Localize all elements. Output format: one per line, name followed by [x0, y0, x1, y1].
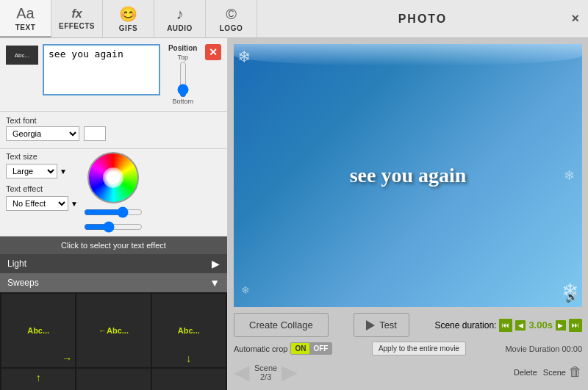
brightness-slider-1[interactable]	[84, 206, 143, 218]
color-wheel-col	[84, 152, 143, 233]
preview-content: ❄ ❄ ❄ ❄ see you again	[234, 44, 582, 307]
trash-icon: 🗑	[569, 364, 582, 380]
scene-label: Scene	[254, 364, 277, 372]
forward-button[interactable]: ▶	[556, 320, 566, 331]
automatic-crop-control: Automatic crop ON OFF	[234, 342, 332, 355]
toggle-off[interactable]: OFF	[309, 343, 331, 354]
effects-icon: fx	[71, 7, 82, 21]
scene-navigation: ◀ Scene 2/3 ▶	[234, 360, 298, 384]
effect-thumb-3[interactable]: Abc... ↓	[152, 294, 226, 367]
color-swatch[interactable]	[84, 126, 106, 141]
tab-gifs-label: GIFS	[119, 24, 137, 32]
effect-select[interactable]: No Effect Fade Sweep	[6, 196, 68, 211]
color-wheel[interactable]	[87, 152, 139, 203]
prev-scene-button[interactable]: ◀	[234, 360, 250, 384]
font-select[interactable]: Georgia Arial Times New Roman	[6, 126, 79, 141]
sweeps-chevron-icon: ▼	[209, 277, 220, 289]
position-label: Position	[168, 44, 197, 52]
apply-to-movie-button[interactable]: Apply to the entire movie	[372, 342, 466, 355]
duration-value: 3.00s	[528, 319, 553, 331]
delete-scene-button[interactable]: Delete Scene 🗑	[514, 364, 582, 380]
right-panel: ❄ ❄ ❄ ❄ see you again 🔊 Create Collage T…	[228, 38, 588, 390]
scene-value: 2/3	[260, 372, 271, 381]
brightness-slider-2[interactable]	[84, 221, 143, 233]
snowflake-midright-icon: ❄	[564, 167, 575, 184]
left-panel: Abc... see you again Position Top Bottom…	[0, 38, 228, 390]
effect-thumb-4[interactable]: Abc... ↑	[1, 369, 75, 390]
logo-icon: ©	[226, 6, 237, 23]
top-toolbar: Aa TEXT fx EFFECTS 😊 GIFS ♪ AUDIO © LOGO…	[0, 0, 588, 38]
scene-word: Scene	[543, 368, 566, 377]
tab-effects-label: EFFECTS	[59, 22, 95, 30]
thumb3-text: Abc...	[178, 326, 200, 335]
position-bottom-label: Bottom	[172, 98, 193, 105]
rewind-button[interactable]: ◀	[515, 320, 526, 331]
scene-duration: Scene duration: ⏮ ◀ 3.00s ▶ ⏭	[434, 319, 582, 332]
effect-row: No Effect Fade Sweep ▼	[6, 196, 78, 211]
thumb3-arrow-icon: ↓	[186, 353, 191, 364]
size-dropdown-arrow: ▼	[60, 167, 67, 176]
effect-area: Click to select your text effect Light ▶…	[0, 236, 227, 390]
size-effect-col: Text size Large Small Medium X-Large ▼ T…	[6, 152, 78, 211]
effect-thumb-6[interactable]: Abc... ↘	[152, 369, 226, 390]
test-button[interactable]: Test	[354, 313, 409, 337]
effect-thumb-1[interactable]: Abc... →	[1, 294, 75, 367]
tab-gifs[interactable]: 😊 GIFS	[103, 0, 154, 37]
sweeps-group-label: Sweeps	[7, 278, 39, 288]
volume-icon[interactable]: 🔊	[565, 291, 578, 303]
tab-text[interactable]: Aa TEXT	[0, 0, 51, 37]
create-collage-button[interactable]: Create Collage	[234, 313, 329, 337]
bottom-controls: Create Collage Test Scene duration: ⏮ ◀ …	[234, 313, 582, 384]
play-icon	[366, 320, 375, 331]
tab-audio[interactable]: ♪ AUDIO	[154, 0, 206, 37]
color-wheel-inner	[103, 167, 123, 188]
forward-fast-button[interactable]: ⏭	[569, 319, 582, 332]
bottom-row-1: Create Collage Test Scene duration: ⏮ ◀ …	[234, 313, 582, 337]
preview-text-overlay: see you again	[350, 164, 467, 187]
size-label: Text size	[6, 152, 78, 161]
gifs-icon: 😊	[119, 5, 137, 23]
effect-scroll[interactable]: Light ▶ Sweeps ▼ Abc... →	[0, 254, 227, 390]
effect-thumb-2[interactable]: ←Abc...	[76, 294, 150, 367]
effect-dropdown-arrow: ▼	[71, 200, 78, 208]
toggle-switch[interactable]: ON OFF	[290, 342, 332, 355]
tab-logo[interactable]: © LOGO	[206, 0, 257, 37]
thumb1-text: Abc...	[27, 326, 49, 335]
test-button-label: Test	[379, 319, 397, 331]
next-scene-button[interactable]: ▶	[282, 360, 298, 384]
effect-instruction: Click to select your text effect	[0, 236, 227, 254]
page-title: PHOTO	[398, 12, 448, 26]
light-chevron-icon: ▶	[212, 258, 220, 270]
text-input-field[interactable]: see you again	[43, 44, 160, 95]
tab-text-label: TEXT	[15, 24, 36, 32]
effect-group-light[interactable]: Light ▶	[0, 254, 227, 273]
movie-duration-label: Movie Duration 00:00	[505, 344, 582, 353]
toggle-on[interactable]: ON	[291, 343, 309, 354]
delete-label: Delete	[514, 368, 537, 377]
preview-label-text: Abc...	[15, 52, 29, 59]
size-select[interactable]: Large Small Medium X-Large	[6, 164, 57, 178]
main-content: Abc... see you again Position Top Bottom…	[0, 38, 588, 390]
brightness-sliders	[84, 206, 143, 233]
text-preview-label: Abc...	[6, 46, 38, 65]
color-size-section: Text size Large Small Medium X-Large ▼ T…	[0, 149, 227, 236]
position-control: Position Top Bottom	[165, 44, 201, 105]
position-slider[interactable]	[177, 61, 189, 98]
text-icon: Aa	[16, 5, 34, 22]
snowflake-topleft-icon: ❄	[237, 48, 251, 67]
thumb2-text: ←Abc...	[98, 326, 129, 335]
tab-logo-label: LOGO	[220, 24, 243, 32]
effect-thumb-5[interactable]: Abc... ↗	[76, 369, 150, 390]
thumb1-arrow-icon: →	[62, 353, 72, 364]
effect-group-sweeps[interactable]: Sweeps ▼	[0, 273, 227, 292]
rewind-fast-button[interactable]: ⏮	[499, 319, 512, 332]
tab-audio-label: AUDIO	[167, 24, 193, 32]
effect-grid: Abc... → ←Abc... Abc... ↓ Abc...	[0, 292, 227, 390]
font-controls: Text font Georgia Arial Times New Roman	[0, 112, 227, 149]
title-bar: PHOTO ×	[257, 0, 588, 37]
delete-text-button[interactable]: ✕	[205, 44, 221, 60]
close-button[interactable]: ×	[571, 11, 581, 26]
font-label: Text font	[6, 116, 221, 125]
tab-effects[interactable]: fx EFFECTS	[51, 0, 103, 37]
scene-duration-label: Scene duration:	[434, 320, 496, 331]
